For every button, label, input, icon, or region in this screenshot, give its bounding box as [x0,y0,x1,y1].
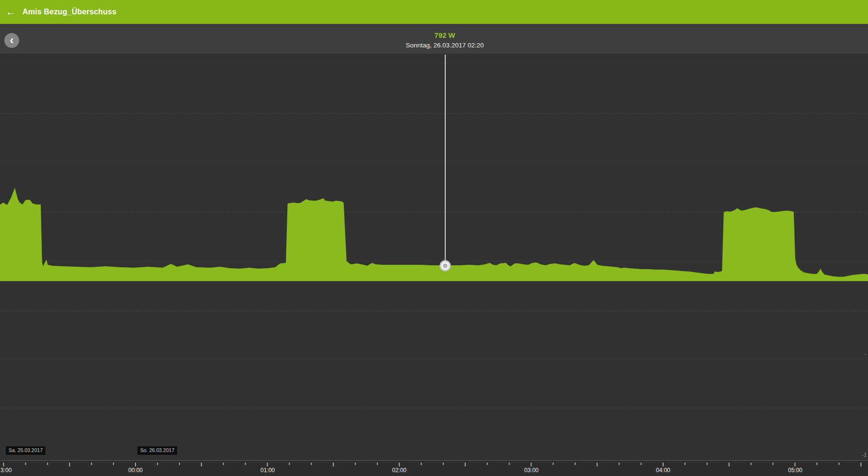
cursor-marker-dot [444,264,447,268]
app-bar: ← Amis Bezug_Überschuss [0,0,868,24]
area-series [0,188,868,281]
statistics-screen: ← Amis Bezug_Überschuss ‹ 792 W Sonntag,… [0,0,868,476]
page-title: Amis Bezug_Überschuss [23,8,116,16]
back-arrow-icon[interactable]: ← [6,7,16,17]
plot-svg[interactable] [0,0,868,476]
